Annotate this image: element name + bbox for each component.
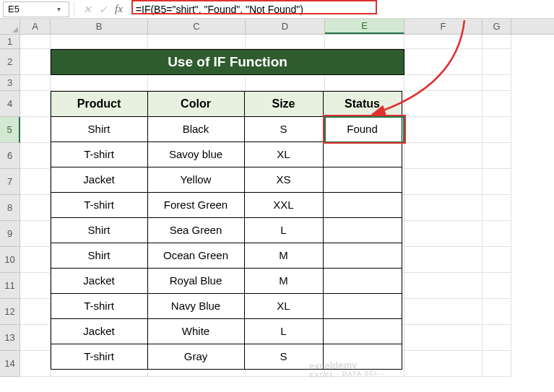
cell-F3[interactable] [404, 75, 482, 91]
select-all-corner[interactable] [0, 19, 20, 35]
table-cell[interactable]: L [244, 217, 324, 243]
cell-G7[interactable] [482, 169, 511, 195]
table-header-size[interactable]: Size [244, 91, 324, 117]
cell-G14[interactable] [482, 351, 511, 377]
table-header-color[interactable]: Color [147, 91, 245, 117]
table-header-product[interactable]: Product [51, 91, 148, 117]
cells-area[interactable]: Use of IF Function ProductColorSizeStatu… [20, 35, 554, 377]
cell-A12[interactable] [20, 299, 51, 325]
row-header-6[interactable]: 6 [0, 143, 20, 169]
table-cell[interactable]: S [244, 116, 324, 142]
cell-G12[interactable] [482, 299, 511, 325]
row-header-11[interactable]: 11 [0, 273, 20, 299]
cell-F12[interactable] [404, 299, 482, 325]
table-cell[interactable]: White [147, 318, 245, 344]
table-cell[interactable]: Ocean Green [147, 243, 245, 269]
cell-G13[interactable] [482, 325, 511, 351]
table-cell[interactable]: Shirt [51, 217, 148, 243]
cell-A3[interactable] [20, 75, 51, 91]
cell-A2[interactable] [20, 49, 51, 75]
table-cell[interactable]: Shirt [51, 243, 148, 269]
cell-G2[interactable] [482, 49, 511, 75]
cell-A1[interactable] [20, 35, 51, 49]
row-header-13[interactable]: 13 [0, 325, 20, 351]
cell-F2[interactable] [404, 49, 482, 75]
table-header-status[interactable]: Status [323, 91, 402, 117]
cell-F13[interactable] [404, 325, 482, 351]
table-cell[interactable]: XL [244, 141, 324, 167]
fx-icon[interactable]: fx [115, 3, 123, 15]
table-cell[interactable]: T-shirt [51, 293, 148, 319]
row-header-2[interactable]: 2 [0, 49, 20, 75]
cell-F10[interactable] [404, 247, 482, 273]
table-cell[interactable] [323, 318, 402, 344]
cell-A6[interactable] [20, 143, 51, 169]
name-box[interactable]: E5 ▾ [3, 1, 69, 17]
row-header-3[interactable]: 3 [0, 75, 20, 91]
cell-G11[interactable] [482, 273, 511, 299]
table-cell[interactable]: Sea Green [147, 217, 245, 243]
cell-A5[interactable] [20, 117, 51, 143]
table-cell[interactable]: Jacket [51, 268, 148, 294]
col-header-E[interactable]: E [325, 19, 404, 34]
cell-A7[interactable] [20, 169, 51, 195]
row-header-14[interactable]: 14 [0, 351, 20, 377]
table-cell[interactable]: T-shirt [51, 192, 148, 218]
cell-F8[interactable] [404, 195, 482, 221]
table-cell[interactable]: Forest Green [147, 192, 245, 218]
table-cell[interactable]: L [244, 318, 324, 344]
table-cell[interactable]: T-shirt [51, 344, 148, 370]
cell-E1[interactable] [325, 35, 404, 49]
cell-F6[interactable] [404, 143, 482, 169]
table-cell[interactable]: Jacket [51, 318, 148, 344]
cell-G6[interactable] [482, 143, 511, 169]
cell-C3[interactable] [148, 75, 246, 91]
row-header-7[interactable]: 7 [0, 169, 20, 195]
cell-F4[interactable] [404, 91, 482, 117]
table-cell[interactable]: M [244, 268, 324, 294]
col-header-D[interactable]: D [246, 19, 325, 34]
cell-F7[interactable] [404, 169, 482, 195]
cell-G4[interactable] [482, 91, 511, 117]
row-header-8[interactable]: 8 [0, 195, 20, 221]
cell-D1[interactable] [246, 35, 325, 49]
table-cell[interactable]: Black [147, 116, 245, 142]
row-header-5[interactable]: 5 [0, 117, 20, 143]
cell-B1[interactable] [51, 35, 148, 49]
table-cell[interactable] [323, 293, 402, 319]
table-cell[interactable] [323, 192, 402, 218]
cell-F5[interactable] [404, 117, 482, 143]
table-cell[interactable]: Savoy blue [147, 141, 245, 167]
cell-G1[interactable] [482, 35, 511, 49]
table-cell[interactable] [323, 268, 402, 294]
col-header-A[interactable]: A [20, 19, 51, 34]
row-header-10[interactable]: 10 [0, 247, 20, 273]
table-cell[interactable] [323, 141, 402, 167]
cell-A10[interactable] [20, 247, 51, 273]
cell-D3[interactable] [246, 75, 325, 91]
cell-B3[interactable] [51, 75, 148, 91]
cell-F11[interactable] [404, 273, 482, 299]
table-cell[interactable]: XXL [244, 192, 324, 218]
cell-A11[interactable] [20, 273, 51, 299]
table-cell[interactable]: Gray [147, 344, 245, 370]
col-header-B[interactable]: B [51, 19, 148, 34]
table-cell[interactable]: Shirt [51, 116, 148, 142]
table-cell[interactable]: XL [244, 293, 324, 319]
cell-G8[interactable] [482, 195, 511, 221]
row-header-12[interactable]: 12 [0, 299, 20, 325]
cell-F9[interactable] [404, 221, 482, 247]
cell-F14[interactable] [404, 351, 482, 377]
row-header-1[interactable]: 1 [0, 35, 20, 49]
table-cell[interactable]: Jacket [51, 167, 148, 193]
table-cell[interactable]: M [244, 243, 324, 269]
table-cell[interactable] [323, 243, 402, 269]
formula-input[interactable]: =IF(B5="shirt", "Found", "Not Found") [133, 2, 554, 17]
cell-A13[interactable] [20, 325, 51, 351]
table-cell[interactable] [323, 217, 402, 243]
cell-G3[interactable] [482, 75, 511, 91]
cell-A9[interactable] [20, 221, 51, 247]
cell-E3[interactable] [325, 75, 404, 91]
table-cell[interactable]: T-shirt [51, 141, 148, 167]
row-header-9[interactable]: 9 [0, 221, 20, 247]
